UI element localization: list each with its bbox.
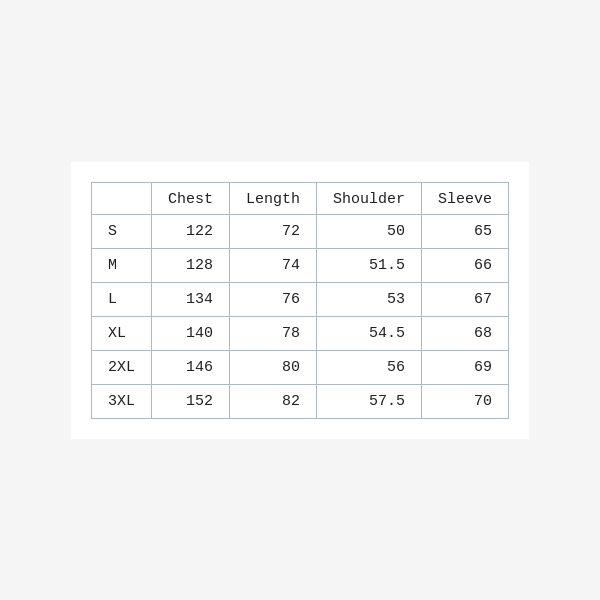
sleeve-cell: 70 <box>422 384 509 418</box>
size-cell: 2XL <box>91 350 151 384</box>
table-row: XL1407854.568 <box>91 316 508 350</box>
col-header-shoulder: Shoulder <box>317 182 422 214</box>
length-cell: 78 <box>229 316 316 350</box>
size-cell: L <box>91 282 151 316</box>
table-row: 3XL1528257.570 <box>91 384 508 418</box>
length-cell: 74 <box>229 248 316 282</box>
shoulder-cell: 51.5 <box>317 248 422 282</box>
col-header-chest: Chest <box>151 182 229 214</box>
table-row: L134765367 <box>91 282 508 316</box>
size-cell: 3XL <box>91 384 151 418</box>
size-chart-container: Chest Length Shoulder Sleeve S122725065M… <box>71 162 529 439</box>
chest-cell: 152 <box>151 384 229 418</box>
chest-cell: 128 <box>151 248 229 282</box>
col-header-sleeve: Sleeve <box>422 182 509 214</box>
table-body: S122725065M1287451.566L134765367XL140785… <box>91 214 508 418</box>
length-cell: 76 <box>229 282 316 316</box>
col-header-size <box>91 182 151 214</box>
table-row: S122725065 <box>91 214 508 248</box>
shoulder-cell: 57.5 <box>317 384 422 418</box>
chest-cell: 134 <box>151 282 229 316</box>
sleeve-cell: 66 <box>422 248 509 282</box>
length-cell: 82 <box>229 384 316 418</box>
table-header-row: Chest Length Shoulder Sleeve <box>91 182 508 214</box>
length-cell: 80 <box>229 350 316 384</box>
table-row: 2XL146805669 <box>91 350 508 384</box>
shoulder-cell: 50 <box>317 214 422 248</box>
table-row: M1287451.566 <box>91 248 508 282</box>
size-cell: XL <box>91 316 151 350</box>
size-chart-table: Chest Length Shoulder Sleeve S122725065M… <box>91 182 509 419</box>
chest-cell: 140 <box>151 316 229 350</box>
sleeve-cell: 69 <box>422 350 509 384</box>
sleeve-cell: 67 <box>422 282 509 316</box>
chest-cell: 146 <box>151 350 229 384</box>
length-cell: 72 <box>229 214 316 248</box>
shoulder-cell: 54.5 <box>317 316 422 350</box>
chest-cell: 122 <box>151 214 229 248</box>
sleeve-cell: 68 <box>422 316 509 350</box>
sleeve-cell: 65 <box>422 214 509 248</box>
shoulder-cell: 53 <box>317 282 422 316</box>
size-cell: M <box>91 248 151 282</box>
shoulder-cell: 56 <box>317 350 422 384</box>
col-header-length: Length <box>229 182 316 214</box>
size-cell: S <box>91 214 151 248</box>
